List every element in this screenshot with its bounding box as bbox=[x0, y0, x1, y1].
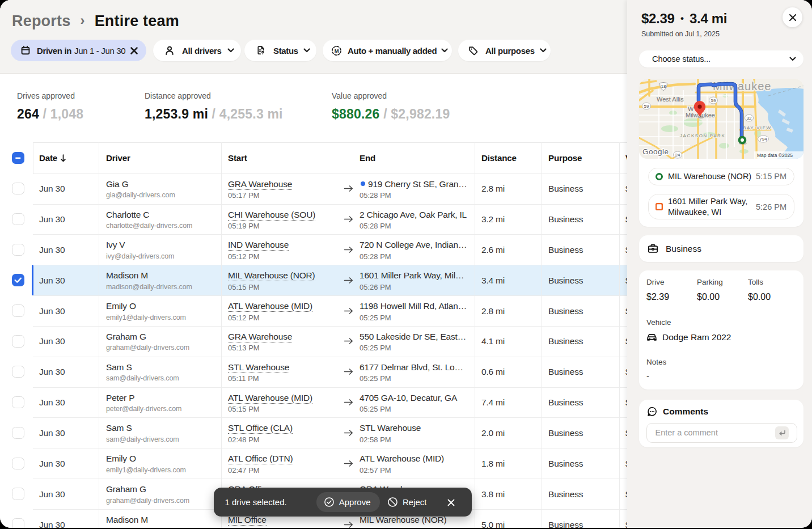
svg-text:59: 59 bbox=[711, 98, 716, 103]
svg-text:M: M bbox=[335, 48, 339, 54]
svg-text:Google: Google bbox=[642, 147, 669, 156]
svg-text:59: 59 bbox=[644, 103, 649, 108]
svg-text:32: 32 bbox=[747, 115, 752, 120]
svg-text:794: 794 bbox=[759, 136, 767, 141]
svg-text:Milwaukee: Milwaukee bbox=[713, 80, 771, 92]
svg-text:Map data ©2025: Map data ©2025 bbox=[757, 153, 793, 158]
svg-text:JACKSON PARK: JACKSON PARK bbox=[680, 133, 725, 138]
svg-text:18: 18 bbox=[661, 84, 666, 89]
svg-text:BAY VIEW: BAY VIEW bbox=[743, 125, 772, 130]
svg-text:West Allis: West Allis bbox=[657, 96, 684, 103]
svg-text:24: 24 bbox=[675, 152, 680, 157]
